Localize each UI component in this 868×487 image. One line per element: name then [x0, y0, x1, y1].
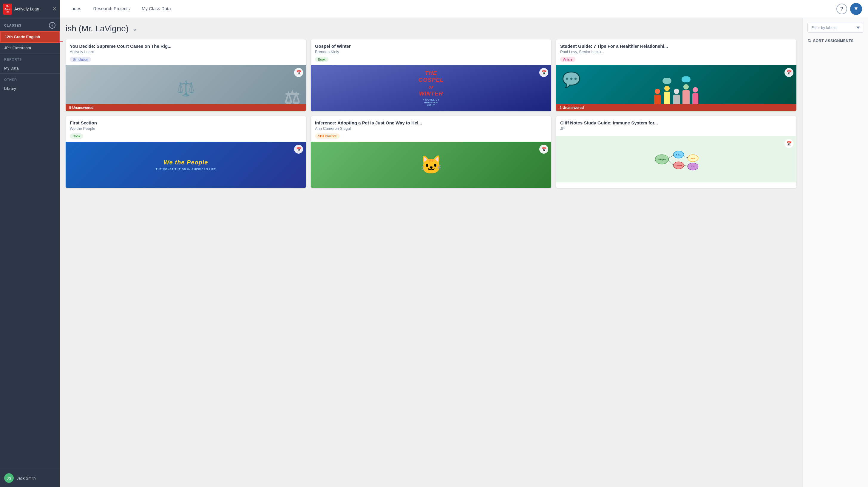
sidebar: McGrawHill Actively Learn ✕ CLASSES + 12… — [0, 0, 60, 487]
sidebar-item-library[interactable]: Library — [0, 83, 60, 94]
card-info: Cliff Notes Study Guide: Immune System f… — [556, 116, 797, 136]
svg-text:Effector: Effector — [675, 165, 682, 166]
svg-text:T-Co...: T-Co... — [676, 154, 681, 156]
sort-icon: ⇅ — [807, 38, 811, 43]
card-info: Inference: Adopting a Pet Is Just One Wa… — [311, 116, 551, 142]
calendar-icon[interactable]: 📅 — [294, 145, 303, 154]
calendar-icon[interactable]: 📅 — [539, 68, 548, 77]
svg-line-10 — [669, 155, 673, 158]
cards-grid: You Decide: Supreme Court Cases on The R… — [66, 39, 797, 188]
filter-by-labels-select[interactable]: Filter by labels — [807, 23, 863, 33]
card-badge: Simulation — [70, 57, 91, 62]
help-button[interactable]: ? — [836, 4, 847, 14]
mcgraw-hill-logo: McGrawHill — [3, 4, 12, 14]
card-info: First Section We the People Book — [66, 116, 306, 142]
unanswered-badge: 2 Unanswered — [556, 104, 797, 111]
calendar-icon[interactable]: 📅 — [294, 68, 303, 77]
card-title: Gospel of Winter — [315, 43, 547, 49]
sidebar-close-button[interactable]: ✕ — [52, 6, 57, 12]
classes-section-header: CLASSES + — [0, 18, 60, 31]
card-title: Student Guide: 7 Tips For a Healthier Re… — [560, 43, 792, 49]
tab-my-class-data[interactable]: My Class Data — [136, 0, 177, 18]
card-author: Actively Learn — [70, 50, 302, 54]
card-image: Antigens T-Co... Effector Naive T Hi — [556, 136, 797, 182]
card-gospel-winter[interactable]: Gospel of Winter Brendan Kiely Book THEG… — [311, 39, 551, 111]
svg-line-12 — [684, 156, 688, 158]
sidebar-item-12th-grade[interactable]: 12th Grade English — [0, 31, 60, 43]
sidebar-item-my-data[interactable]: My Data — [0, 63, 60, 73]
filter-icon: ▼ — [854, 6, 859, 12]
other-section-label: OTHER — [0, 73, 60, 83]
card-cliff-notes[interactable]: Cliff Notes Study Guide: Immune System f… — [556, 116, 797, 188]
class-title-bar: ish (Mr. LaVigne) ⌄ — [66, 24, 797, 33]
card-title: First Section — [70, 120, 302, 125]
svg-line-11 — [669, 160, 673, 165]
sidebar-footer: JS Jack Smith — [0, 469, 60, 487]
card-first-section[interactable]: First Section We the People Book We the … — [66, 116, 306, 188]
card-author: JP — [560, 126, 792, 131]
top-nav: ades Research Projects My Class Data ? ▼ — [60, 0, 868, 18]
main-area: ades Research Projects My Class Data ? ▼… — [60, 0, 868, 487]
arrow-indicator: ← — [55, 35, 65, 47]
sort-assignments-row[interactable]: ⇅ SORT ASSIGNMENTS — [807, 38, 863, 43]
class-dropdown-chevron[interactable]: ⌄ — [132, 25, 137, 33]
card-image: THEGOSPELOFWINTER A NOVEL BYBRENDANKIELY… — [311, 65, 551, 111]
card-student-guide[interactable]: Student Guide: 7 Tips For a Healthier Re… — [556, 39, 797, 111]
card-title: You Decide: Supreme Court Cases on The R… — [70, 43, 302, 49]
sort-label: SORT ASSIGNMENTS — [813, 39, 854, 43]
immune-system-diagram: Antigens T-Co... Effector Naive T Hi — [652, 145, 700, 174]
class-title: ish (Mr. LaVigne) — [66, 24, 129, 33]
svg-text:Antigens: Antigens — [658, 158, 666, 161]
card-image: We the People THE CONSTITUTION IN AMERIC… — [66, 142, 306, 188]
right-sidebar: Filter by labels ⇅ SORT ASSIGNMENTS — [802, 18, 868, 487]
assignments-area: ish (Mr. LaVigne) ⌄ You Decide: Supreme … — [60, 18, 802, 487]
card-inference-pet[interactable]: Inference: Adopting a Pet Is Just One Wa… — [311, 116, 551, 188]
sidebar-header: McGrawHill Actively Learn ✕ — [0, 0, 60, 18]
card-info: Student Guide: 7 Tips For a Healthier Re… — [556, 39, 797, 65]
card-supreme-court[interactable]: You Decide: Supreme Court Cases on The R… — [66, 39, 306, 111]
unanswered-badge: 5 Unanswered — [66, 104, 306, 111]
card-author: Paul Levy, Senior Lectu... — [560, 50, 792, 54]
card-info: You Decide: Supreme Court Cases on The R… — [66, 39, 306, 65]
calendar-icon[interactable]: 📅 — [784, 139, 794, 148]
svg-text:Naive: Naive — [691, 158, 695, 159]
card-info: Gospel of Winter Brendan Kiely Book — [311, 39, 551, 65]
sidebar-item-jps-classroom[interactable]: JP's Classroom — [0, 43, 60, 53]
content-area: ish (Mr. LaVigne) ⌄ You Decide: Supreme … — [60, 18, 868, 487]
card-badge: Skill Practice — [315, 133, 340, 139]
card-image: 📅 2 Unanswered — [556, 65, 797, 111]
card-image: 🐱 📅 — [311, 142, 551, 188]
calendar-icon[interactable]: 📅 — [784, 68, 794, 77]
add-class-button[interactable]: + — [49, 22, 56, 29]
filter-button[interactable]: ▼ — [850, 3, 862, 15]
card-badge: Book — [315, 57, 329, 62]
card-author: Brendan Kiely — [315, 50, 547, 54]
app-title: Actively Learn — [14, 6, 40, 11]
card-image: ⚖️ 📅 5 Unanswered — [66, 65, 306, 111]
avatar: JS — [4, 473, 14, 483]
card-badge: Article — [560, 57, 576, 62]
card-author: We the People — [70, 126, 302, 131]
card-title: Cliff Notes Study Guide: Immune System f… — [560, 120, 792, 125]
tab-research-projects[interactable]: Research Projects — [87, 0, 136, 18]
reports-section-label: REPORTS — [0, 53, 60, 63]
card-badge: Book — [70, 133, 83, 139]
user-name: Jack Smith — [17, 476, 36, 481]
card-title: Inference: Adopting a Pet Is Just One Wa… — [315, 120, 547, 125]
tab-grades[interactable]: ades — [66, 0, 87, 18]
card-author: Ann Cameron Siegal — [315, 126, 547, 131]
classes-label: CLASSES — [4, 24, 22, 27]
svg-line-13 — [684, 165, 688, 166]
svg-text:T Hi: T Hi — [691, 166, 695, 168]
calendar-icon[interactable]: 📅 — [539, 145, 548, 154]
